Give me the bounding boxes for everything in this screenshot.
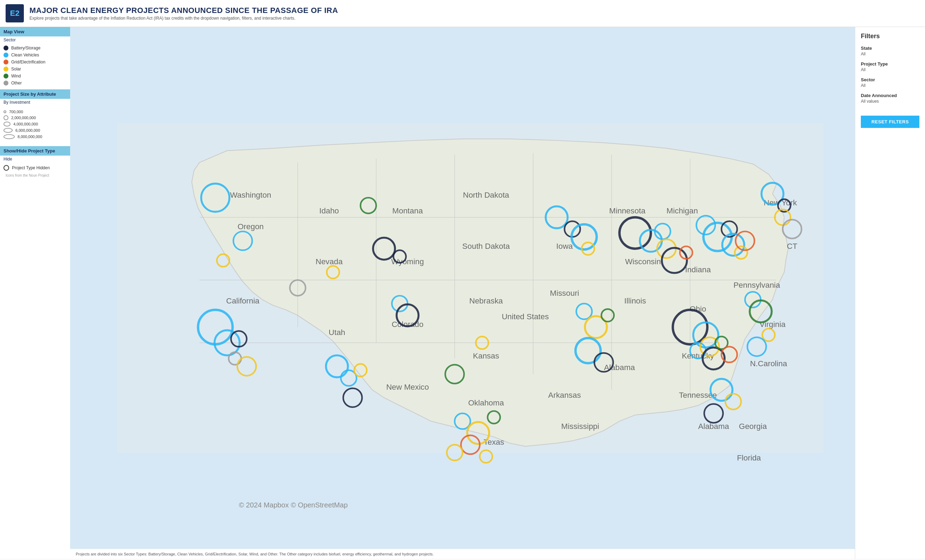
- legend-solar[interactable]: Solar: [0, 66, 70, 72]
- svg-text:Iowa: Iowa: [556, 242, 573, 251]
- svg-text:Arkansas: Arkansas: [548, 391, 581, 399]
- logo: E2: [6, 4, 24, 23]
- left-sidebar: Map View Sector Battery/Storage Clean Ve…: [0, 27, 70, 559]
- svg-text:Kansas: Kansas: [473, 351, 499, 360]
- svg-text:N.Carolina: N.Carolina: [750, 359, 787, 368]
- svg-text:Indiana: Indiana: [685, 265, 711, 274]
- size-circle-3: [3, 122, 11, 126]
- svg-text:Michigan: Michigan: [667, 206, 698, 215]
- svg-text:Montana: Montana: [392, 206, 423, 215]
- svg-text:United States: United States: [502, 312, 549, 321]
- svg-text:Missouri: Missouri: [550, 289, 579, 297]
- svg-text:Mississippi: Mississippi: [561, 422, 599, 431]
- map-note: Projects are divided into six Sector Typ…: [70, 549, 855, 559]
- svg-text:Idaho: Idaho: [319, 206, 339, 215]
- svg-text:California: California: [226, 296, 259, 305]
- header: E2 MAJOR CLEAN ENERGY PROJECTS ANNOUNCED…: [0, 0, 925, 27]
- grid-dot: [3, 60, 8, 65]
- svg-text:Pennsylvania: Pennsylvania: [734, 281, 780, 290]
- size-item-1: 700,000: [3, 110, 66, 114]
- svg-text:Washington: Washington: [230, 191, 271, 200]
- svg-text:North Dakota: North Dakota: [463, 191, 509, 200]
- svg-text:New Mexico: New Mexico: [386, 383, 429, 392]
- svg-text:South Dakota: South Dakota: [462, 242, 510, 251]
- size-circle-5: [3, 134, 15, 139]
- svg-text:Georgia: Georgia: [739, 422, 767, 431]
- legend-grid[interactable]: Grid/Electrification: [0, 59, 70, 66]
- size-item-4: 6,000,000,000: [3, 128, 66, 133]
- legend-wind[interactable]: Wind: [0, 72, 70, 80]
- legend-clean-vehicles[interactable]: Clean Vehicles: [0, 51, 70, 59]
- svg-text:Colorado: Colorado: [392, 320, 423, 329]
- size-item-2: 2,000,000,000: [3, 115, 66, 120]
- size-legend: 700,000 2,000,000,000 4,000,000,000 6,00…: [0, 107, 70, 143]
- svg-text:Nebraska: Nebraska: [469, 296, 503, 305]
- size-item-3: 4,000,000,000: [3, 122, 66, 126]
- right-sidebar: Filters State All Project Type All Secto…: [855, 27, 925, 559]
- size-circle-2: [3, 115, 8, 120]
- project-size-header[interactable]: Project Size by Attribute: [0, 89, 70, 99]
- legend-battery[interactable]: Battery/Storage: [0, 45, 70, 51]
- project-size-section: Project Size by Attribute By Investment …: [0, 89, 70, 143]
- filter-state-value[interactable]: All: [861, 51, 919, 56]
- filter-sector-value[interactable]: All: [861, 83, 919, 88]
- other-dot: [3, 81, 8, 86]
- filter-project-type-label: Project Type: [861, 62, 919, 67]
- svg-text:Illinois: Illinois: [624, 296, 646, 305]
- map-view-header[interactable]: Map View: [0, 27, 70, 36]
- page-subtitle: Explore projects that take advantage of …: [29, 16, 338, 21]
- svg-text:Oklahoma: Oklahoma: [468, 398, 504, 407]
- svg-text:Minnesota: Minnesota: [609, 206, 646, 215]
- map-view-section: Map View Sector Battery/Storage Clean Ve…: [0, 27, 70, 87]
- map-container[interactable]: Washington Oregon California Idaho Nevad…: [70, 27, 855, 549]
- clean-vehicles-dot: [3, 53, 8, 57]
- size-circle-4: [3, 128, 13, 133]
- map-and-note: Washington Oregon California Idaho Nevad…: [70, 27, 855, 559]
- size-circle-1: [3, 110, 6, 113]
- filter-sector-label: Sector: [861, 77, 919, 83]
- header-text: MAJOR CLEAN ENERGY PROJECTS ANNOUNCED SI…: [29, 6, 338, 21]
- filters-title: Filters: [861, 33, 919, 40]
- legend-other[interactable]: Other: [0, 80, 70, 87]
- main-layout: Map View Sector Battery/Storage Clean Ve…: [0, 27, 925, 559]
- svg-text:© 2024 Mapbox © OpenStreetMap: © 2024 Mapbox © OpenStreetMap: [239, 501, 348, 509]
- reset-filters-button[interactable]: RESET FILTERS: [861, 116, 919, 128]
- show-hide-section: Show/Hide Project Type Hide Project Type…: [0, 146, 70, 172]
- battery-dot: [3, 45, 8, 51]
- filter-project-type[interactable]: Project Type All: [861, 62, 919, 72]
- size-item-5: 8,000,000,000: [3, 134, 66, 139]
- page-title: MAJOR CLEAN ENERGY PROJECTS ANNOUNCED SI…: [29, 6, 338, 15]
- filter-date-label: Date Announced: [861, 93, 919, 98]
- hidden-circle-icon: [3, 165, 9, 171]
- project-size-sub: By Investment: [0, 99, 70, 107]
- svg-text:Wisconsin: Wisconsin: [625, 257, 661, 266]
- svg-text:Florida: Florida: [737, 453, 761, 462]
- wind-dot: [3, 74, 8, 78]
- svg-text:CT: CT: [787, 242, 797, 251]
- solar-dot: [3, 67, 8, 72]
- show-hide-sub[interactable]: Hide: [0, 156, 70, 164]
- filter-sector[interactable]: Sector All: [861, 77, 919, 88]
- map-svg: Washington Oregon California Idaho Nevad…: [70, 27, 855, 549]
- svg-text:Oregon: Oregon: [237, 222, 264, 231]
- filter-state[interactable]: State All: [861, 45, 919, 56]
- filter-project-type-value[interactable]: All: [861, 67, 919, 72]
- filter-date-value[interactable]: All values: [861, 99, 919, 104]
- noun-project-note: Icons from the Noun Project: [0, 172, 70, 179]
- svg-text:Utah: Utah: [328, 328, 345, 337]
- svg-text:Nevada: Nevada: [316, 257, 343, 266]
- filter-state-label: State: [861, 45, 919, 51]
- map-view-sub: Sector: [0, 36, 70, 45]
- show-hide-header[interactable]: Show/Hide Project Type: [0, 146, 70, 156]
- filter-date[interactable]: Date Announced All values: [861, 93, 919, 104]
- project-type-hidden-indicator: Project Type Hidden: [0, 164, 70, 172]
